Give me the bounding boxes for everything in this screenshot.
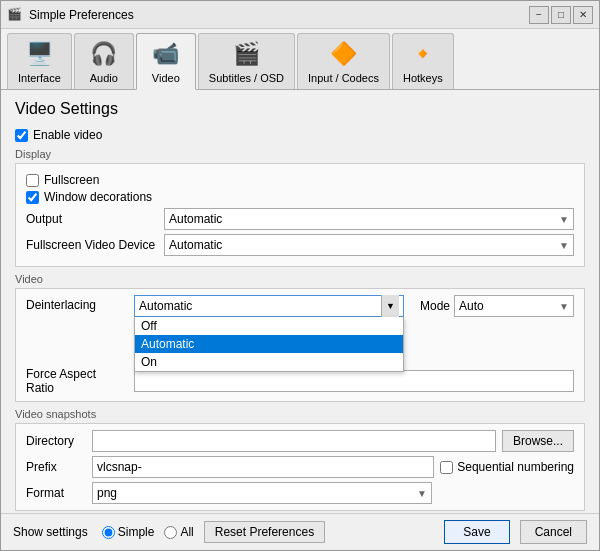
window-icon: 🎬 [7, 7, 23, 23]
enable-video-row: Enable video [15, 128, 585, 142]
deint-option-off[interactable]: Off [135, 317, 403, 335]
tab-subtitles[interactable]: 🎬 Subtitles / OSD [198, 33, 295, 89]
radio-simple-input[interactable] [102, 526, 115, 539]
radio-simple[interactable]: Simple [102, 525, 155, 539]
main-window: 🎬 Simple Preferences − □ ✕ 🖥️ Interface … [0, 0, 600, 551]
fullscreen-device-arrow: ▼ [559, 240, 569, 251]
deinterlacing-row: Deinterlacing Automatic ▼ Off Automatic … [26, 295, 574, 317]
display-section: Display Fullscreen Window decorations Ou… [15, 148, 585, 267]
mode-dropdown[interactable]: Auto ▼ [454, 295, 574, 317]
snapshots-section-label: Video snapshots [15, 408, 585, 420]
enable-video-checkbox[interactable] [15, 129, 28, 142]
format-row: Format png ▼ [26, 482, 574, 504]
format-value: png [97, 486, 117, 500]
tab-codecs-label: Input / Codecs [308, 72, 379, 84]
interface-icon: 🖥️ [23, 38, 55, 70]
hotkeys-icon: 🔸 [407, 38, 439, 70]
save-button[interactable]: Save [444, 520, 509, 544]
snapshots-section-box: Directory Browse... Prefix Sequential nu… [15, 423, 585, 511]
directory-input[interactable] [92, 430, 496, 452]
deinterlacing-dropdown-wrap: Automatic ▼ Off Automatic On [134, 295, 404, 317]
window-decorations-checkbox[interactable] [26, 191, 39, 204]
deint-option-automatic[interactable]: Automatic [135, 335, 403, 353]
cancel-button[interactable]: Cancel [520, 520, 587, 544]
fullscreen-row: Fullscreen [26, 173, 574, 187]
output-row: Output Automatic ▼ [26, 208, 574, 230]
video-icon: 📹 [150, 38, 182, 70]
radio-all[interactable]: All [164, 525, 193, 539]
fullscreen-label: Fullscreen [44, 173, 99, 187]
radio-all-input[interactable] [164, 526, 177, 539]
video-section-label: Video [15, 273, 585, 285]
prefix-input[interactable] [92, 456, 434, 478]
fullscreen-device-label: Fullscreen Video Device [26, 238, 156, 252]
display-section-label: Display [15, 148, 585, 160]
maximize-button[interactable]: □ [551, 6, 571, 24]
deinterlacing-value: Automatic [139, 299, 192, 313]
tab-video-label: Video [152, 72, 180, 84]
sequential-checkbox[interactable] [440, 461, 453, 474]
enable-video-label: Enable video [33, 128, 102, 142]
reset-button[interactable]: Reset Preferences [204, 521, 325, 543]
radio-group: Simple All [102, 525, 194, 539]
output-value: Automatic [169, 212, 222, 226]
all-label: All [180, 525, 193, 539]
sequential-label: Sequential numbering [457, 460, 574, 474]
prefix-row: Prefix Sequential numbering [26, 456, 574, 478]
window-decorations-label: Window decorations [44, 190, 152, 204]
deinterlacing-label: Deinterlacing [26, 295, 126, 312]
snapshots-section: Video snapshots Directory Browse... Pref… [15, 408, 585, 511]
tab-bar: 🖥️ Interface 🎧 Audio 📹 Video 🎬 Subtitles… [1, 29, 599, 90]
simple-label: Simple [118, 525, 155, 539]
tab-interface[interactable]: 🖥️ Interface [7, 33, 72, 89]
fullscreen-device-value: Automatic [169, 238, 222, 252]
tab-hotkeys[interactable]: 🔸 Hotkeys [392, 33, 454, 89]
mode-arrow: ▼ [559, 301, 569, 312]
audio-icon: 🎧 [88, 38, 120, 70]
tab-interface-label: Interface [18, 72, 61, 84]
bottom-bar: Show settings Simple All Reset Preferenc… [1, 513, 599, 550]
mode-label: Mode [420, 299, 450, 313]
title-bar: 🎬 Simple Preferences − □ ✕ [1, 1, 599, 29]
deint-option-on[interactable]: On [135, 353, 403, 371]
prefix-label: Prefix [26, 460, 86, 474]
output-dropdown[interactable]: Automatic ▼ [164, 208, 574, 230]
fullscreen-checkbox[interactable] [26, 174, 39, 187]
directory-row: Directory Browse... [26, 430, 574, 452]
tab-subtitles-label: Subtitles / OSD [209, 72, 284, 84]
format-dropdown[interactable]: png ▼ [92, 482, 432, 504]
directory-label: Directory [26, 434, 86, 448]
window-title: Simple Preferences [29, 8, 529, 22]
video-section: Video Deinterlacing Automatic ▼ Off Auto… [15, 273, 585, 402]
video-section-box: Deinterlacing Automatic ▼ Off Automatic … [15, 288, 585, 402]
minimize-button[interactable]: − [529, 6, 549, 24]
tab-video[interactable]: 📹 Video [136, 33, 196, 90]
window-decorations-row: Window decorations [26, 190, 574, 204]
window-controls: − □ ✕ [529, 6, 593, 24]
output-dropdown-arrow: ▼ [559, 214, 569, 225]
page-title: Video Settings [15, 100, 585, 118]
deinterlacing-dropdown[interactable]: Automatic ▼ [134, 295, 404, 317]
browse-button[interactable]: Browse... [502, 430, 574, 452]
format-label: Format [26, 486, 86, 500]
tab-audio[interactable]: 🎧 Audio [74, 33, 134, 89]
tab-audio-label: Audio [90, 72, 118, 84]
tab-codecs[interactable]: 🔶 Input / Codecs [297, 33, 390, 89]
sequential-wrap: Sequential numbering [440, 460, 574, 474]
subtitles-icon: 🎬 [230, 38, 262, 70]
tab-hotkeys-label: Hotkeys [403, 72, 443, 84]
show-settings-label: Show settings [13, 525, 88, 539]
deinterlacing-dropdown-list: Off Automatic On [134, 317, 404, 372]
output-label: Output [26, 212, 156, 226]
force-ratio-label: Force Aspect Ratio [26, 367, 126, 395]
codecs-icon: 🔶 [327, 38, 359, 70]
fullscreen-device-dropdown[interactable]: Automatic ▼ [164, 234, 574, 256]
mode-row: Mode Auto ▼ [420, 295, 574, 317]
close-button[interactable]: ✕ [573, 6, 593, 24]
format-arrow: ▼ [417, 488, 427, 499]
force-ratio-input[interactable] [134, 370, 574, 392]
display-section-box: Fullscreen Window decorations Output Aut… [15, 163, 585, 267]
fullscreen-device-row: Fullscreen Video Device Automatic ▼ [26, 234, 574, 256]
content-area: Video Settings Enable video Display Full… [1, 90, 599, 513]
deinterlacing-arrow[interactable]: ▼ [381, 295, 399, 317]
